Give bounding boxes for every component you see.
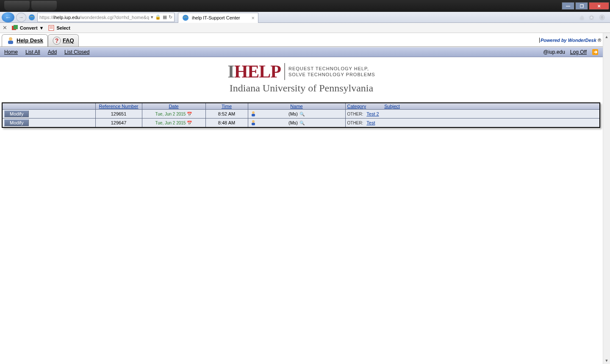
close-button[interactable]: ✕	[589, 2, 609, 10]
ticket-table: Reference Number Date Time Name Category…	[2, 102, 600, 128]
tab-helpdesk-label: Help Desk	[17, 37, 43, 44]
scroll-down-icon[interactable]: ▼	[603, 357, 610, 364]
cell-time: 8:52 AM	[205, 110, 248, 119]
cell-reference: 129647	[95, 119, 142, 128]
nav-list-all[interactable]: List All	[25, 49, 40, 55]
window-titlebar: — ❐ ✕	[0, 0, 610, 12]
pdf-toolbar: ✕ Convert ▼ Select	[0, 23, 610, 33]
taskbar-icons	[0, 0, 57, 12]
logo-tagline: REQUEST TECHNOLOGY HELP, SOLVE TECHNOLOG…	[288, 66, 375, 78]
refresh-icon[interactable]: ↻	[169, 14, 172, 20]
convert-icon	[11, 25, 18, 31]
address-bar[interactable]: https://ihelp.iup.edu/wonderdesk.cgi?do=…	[37, 13, 175, 22]
favorites-icon[interactable]: ★	[589, 14, 594, 21]
svg-point-7	[9, 37, 12, 41]
back-button[interactable]: ←	[2, 12, 14, 22]
nav-linkbar: Home List All Add List Closed @iup.edu L…	[0, 47, 603, 57]
select-icon	[48, 25, 55, 31]
svg-rect-13	[252, 114, 255, 116]
select-label: Select	[56, 25, 70, 30]
helpdesk-icon	[6, 36, 15, 45]
vertical-scrollbar[interactable]: ▲ ▼	[603, 33, 610, 364]
nav-list-closed[interactable]: List Closed	[64, 49, 89, 55]
col-date: Date	[142, 103, 205, 110]
svg-point-0	[29, 14, 35, 20]
toolbar-close-icon[interactable]: ✕	[3, 25, 7, 31]
convert-label: Convert	[20, 25, 38, 30]
dropdown-icon[interactable]: ▾	[151, 14, 153, 20]
browser-tab[interactable]: ihelp IT-Support Center ×	[178, 13, 258, 23]
modify-button[interactable]: Modify	[4, 110, 29, 117]
navbar-right: ⌂ ★ ⚙	[580, 14, 608, 21]
forward-button[interactable]: →	[16, 13, 26, 22]
svg-rect-3	[14, 25, 18, 29]
logo-area: IHELP REQUEST TECHNOLOGY HELP, SOLVE TEC…	[0, 57, 603, 102]
convert-button[interactable]: Convert ▼	[11, 25, 44, 31]
nav-home[interactable]: Home	[4, 49, 18, 55]
tab-close-icon[interactable]: ×	[251, 15, 255, 21]
dropdown-icon: ▼	[39, 25, 44, 30]
col-reference: Reference Number	[95, 103, 142, 110]
tools-icon[interactable]: ⚙	[599, 14, 605, 21]
scroll-track[interactable]	[603, 40, 610, 357]
svg-text:?: ?	[55, 37, 59, 44]
maximize-button[interactable]: ❐	[575, 2, 588, 10]
nav-logoff[interactable]: Log Off	[570, 49, 587, 55]
modify-button[interactable]: Modify	[4, 119, 29, 126]
search-icon[interactable]: 🔍	[299, 121, 305, 125]
ie-icon	[182, 14, 189, 22]
cell-category-subject: OTHER:Test	[345, 119, 600, 128]
header-category[interactable]: Category	[347, 104, 366, 109]
tab-title: ihelp IT-Support Center	[192, 15, 240, 20]
header-subject[interactable]: Subject	[384, 104, 400, 109]
tab-faq[interactable]: ? FAQ	[48, 34, 79, 47]
url-text: https://ihelp.iup.edu/wonderdesk.cgi?do=…	[39, 15, 149, 20]
cell-date: Tue, Jun 2 2015 📅	[142, 110, 205, 119]
scroll-up-icon[interactable]: ▲	[603, 33, 610, 40]
logoff-icon[interactable]	[592, 49, 599, 55]
window-controls: — ❐ ✕	[562, 2, 609, 10]
taskbar-item[interactable]	[31, 1, 57, 11]
nav-add[interactable]: Add	[48, 49, 57, 55]
person-icon	[251, 111, 256, 117]
cell-category-subject: OTHER:Test 2	[345, 110, 600, 119]
tab-helpdesk[interactable]: Help Desk	[2, 34, 48, 47]
svg-rect-6	[50, 28, 53, 28]
table-row: Modify129647Tue, Jun 2 2015 📅8:48 AM(Ms)…	[2, 119, 600, 128]
cell-time: 8:48 AM	[205, 119, 248, 128]
subject-link[interactable]: Test 2	[366, 111, 379, 116]
calendar-icon[interactable]: 📅	[187, 112, 192, 116]
tab-strip: ihelp IT-Support Center ×	[178, 12, 258, 23]
col-time: Time	[205, 103, 248, 110]
home-icon[interactable]: ⌂	[580, 14, 584, 21]
subject-link[interactable]: Test	[366, 120, 375, 125]
person-icon	[251, 120, 256, 126]
svg-rect-5	[50, 27, 53, 27]
faq-icon: ?	[53, 36, 61, 45]
logo-university: Indiana University of Pennsylvania	[0, 83, 603, 94]
col-name: Name	[248, 103, 345, 110]
table-row: Modify129651Tue, Jun 2 2015 📅8:52 AM(Ms)…	[2, 110, 600, 119]
svg-point-12	[252, 111, 255, 114]
powered-by: Powered by WonderDesk ®	[539, 38, 601, 43]
cell-name: (Ms) 🔍	[248, 110, 345, 119]
table-header-row: Reference Number Date Time Name Category…	[2, 103, 600, 110]
lock-icon: 🔒	[155, 14, 161, 20]
col-category-subject: Category Subject	[345, 103, 600, 110]
user-label: @iup.edu	[543, 49, 565, 55]
svg-rect-15	[252, 123, 255, 125]
cell-name: (Ms) 🔍	[248, 119, 345, 128]
browser-navbar: ← → https://ihelp.iup.edu/wonderdesk.cgi…	[0, 12, 610, 23]
cell-date: Tue, Jun 2 2015 📅	[142, 119, 205, 128]
svg-point-1	[183, 15, 189, 21]
taskbar-item[interactable]	[4, 1, 30, 11]
calendar-icon[interactable]: 📅	[187, 121, 192, 125]
app-tab-bar: Help Desk ? FAQ Powered by WonderDesk ®	[0, 33, 603, 47]
search-icon[interactable]: 🔍	[299, 112, 305, 116]
svg-rect-8	[8, 41, 13, 44]
minimize-button[interactable]: —	[562, 2, 574, 10]
compat-icon[interactable]: ▦	[163, 14, 167, 20]
col-modify	[2, 103, 95, 110]
tab-faq-label: FAQ	[63, 37, 74, 44]
select-button[interactable]: Select	[48, 25, 70, 31]
